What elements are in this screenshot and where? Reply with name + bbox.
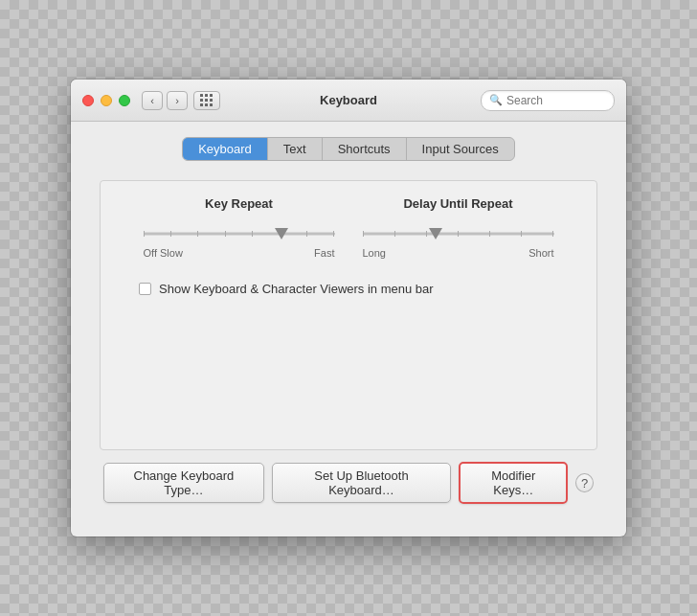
delay-repeat-left-label: Long — [363, 247, 386, 259]
tabs-container: Keyboard Text Shortcuts Input Sources — [90, 137, 607, 161]
key-repeat-labels: Off Slow Fast — [144, 247, 335, 259]
delay-repeat-slider[interactable] — [363, 224, 554, 243]
back-button[interactable]: ‹ — [142, 91, 163, 110]
bottom-right: Modifier Keys… — [459, 462, 568, 504]
tab-text[interactable]: Text — [268, 138, 323, 160]
bottom-buttons: Change Keyboard Type… Set Up Bluetooth K… — [90, 450, 607, 517]
key-repeat-left-label: Off Slow — [144, 247, 183, 259]
show-keyboard-label: Show Keyboard & Character Viewers in men… — [159, 282, 434, 296]
help-button[interactable]: ? — [575, 473, 594, 492]
show-keyboard-checkbox[interactable] — [139, 283, 151, 295]
search-box[interactable]: 🔍 — [481, 90, 615, 111]
maximize-button[interactable] — [119, 95, 130, 106]
key-repeat-group: Key Repeat Off Slow Fast — [144, 196, 335, 259]
content-area: Keyboard Text Shortcuts Input Sources Ke… — [71, 122, 626, 536]
traffic-lights — [82, 95, 130, 106]
delay-repeat-right-label: Short — [528, 247, 553, 259]
delay-repeat-ticks — [363, 231, 554, 237]
key-repeat-right-label: Fast — [314, 247, 334, 259]
delay-repeat-label: Delay Until Repeat — [403, 196, 512, 211]
tab-shortcuts[interactable]: Shortcuts — [323, 138, 407, 160]
grid-icon — [200, 94, 214, 107]
key-repeat-slider[interactable] — [144, 224, 335, 243]
checkbox-row: Show Keyboard & Character Viewers in men… — [110, 282, 587, 296]
delay-repeat-labels: Long Short — [363, 247, 554, 259]
search-input[interactable] — [506, 94, 606, 107]
tab-input-sources[interactable]: Input Sources — [407, 138, 514, 160]
nav-buttons: ‹ › — [142, 91, 188, 110]
forward-button[interactable]: › — [167, 91, 188, 110]
main-panel: Key Repeat Off Slow Fast — [100, 180, 597, 450]
delay-repeat-group: Delay Until Repeat Long Short — [363, 196, 554, 259]
tab-group: Keyboard Text Shortcuts Input Sources — [182, 137, 515, 161]
modifier-keys-button[interactable]: Modifier Keys… — [459, 462, 568, 504]
titlebar: ‹ › Keyboard 🔍 — [71, 80, 626, 122]
keyboard-window: ‹ › Keyboard 🔍 Keyboard Text Shortcuts I… — [71, 80, 626, 536]
sliders-area: Key Repeat Off Slow Fast — [110, 196, 587, 259]
delay-repeat-thumb[interactable] — [429, 228, 442, 240]
close-button[interactable] — [82, 95, 94, 106]
window-title: Keyboard — [320, 93, 377, 107]
change-keyboard-type-button[interactable]: Change Keyboard Type… — [103, 463, 264, 503]
key-repeat-thumb[interactable] — [275, 228, 288, 240]
content-spacer — [110, 315, 587, 440]
key-repeat-label: Key Repeat — [205, 196, 273, 211]
key-repeat-ticks — [144, 231, 335, 237]
set-up-bluetooth-button[interactable]: Set Up Bluetooth Keyboard… — [272, 463, 451, 503]
minimize-button[interactable] — [101, 95, 112, 106]
tab-keyboard[interactable]: Keyboard — [183, 138, 268, 160]
search-icon: 🔍 — [489, 94, 503, 106]
grid-view-button[interactable] — [193, 91, 220, 110]
